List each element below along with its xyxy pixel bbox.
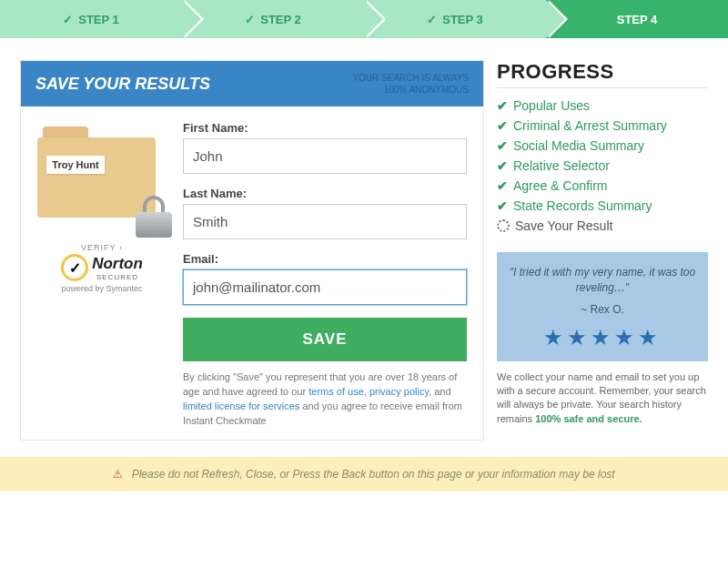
progress-item: ✔Criminal & Arrest Summary [497,116,708,136]
last-name-input[interactable] [183,204,467,239]
progress-item: ✔Agree & Confirm [497,176,708,196]
card-title: SAVE YOUR RESULTS [35,75,210,94]
progress-list: ✔Popular Uses ✔Criminal & Arrest Summary… [497,96,708,236]
check-icon: ✔ [497,138,508,153]
save-results-card: SAVE YOUR RESULTS YOUR SEARCH IS ALWAYS … [20,60,484,441]
last-name-label: Last Name: [183,187,467,200]
card-header: SAVE YOUR RESULTS YOUR SEARCH IS ALWAYS … [21,61,483,106]
progress-item: ✔State Records Summary [497,196,708,216]
anonymous-badge: YOUR SEARCH IS ALWAYS 100% ANONYMOUS [352,72,469,96]
step-label: STEP 3 [442,13,483,26]
star-rating: ★★★★★ [506,325,699,350]
check-icon: ✔ [497,158,508,173]
step-4: STEP 4 [546,0,728,38]
privacy-link[interactable]: privacy policy [369,386,429,397]
testimonial-author: ~ Rex O. [506,303,699,316]
progress-item: ✔Relative Selector [497,156,708,176]
check-icon: ✔ [497,118,508,133]
save-button[interactable]: SAVE [183,318,467,361]
email-input[interactable] [183,269,467,305]
step-label: STEP 1 [78,13,119,26]
warning-text: Please do not Refresh, Close, or Press t… [132,468,615,481]
stepper: ✓STEP 1 ✓STEP 2 ✓STEP 3 STEP 4 [0,0,728,38]
save-form: First Name: Last Name: Email: SAVE By cl… [183,121,467,429]
folder-icon: Troy Hunt [34,121,170,230]
progress-title: PROGRESS [497,60,708,88]
warning-icon: ⚠ [113,468,123,481]
check-icon: ✓ [245,13,255,26]
disclaimer: By clicking "Save" you represent that yo… [183,370,467,429]
privacy-note: We collect your name and email to set yo… [497,370,708,427]
progress-item: ✔Social Media Summary [497,136,708,156]
progress-item-pending: Save Your Result [497,216,708,236]
step-2: ✓STEP 2 [182,0,364,38]
email-label: Email: [183,252,467,266]
testimonial-quote: "I tried it with my very name, it was to… [506,265,699,296]
check-icon: ✔ [497,178,508,193]
first-name-label: First Name: [183,121,467,135]
check-icon: ✔ [497,198,508,213]
warning-banner: ⚠ Please do not Refresh, Close, or Press… [0,457,728,492]
step-label: STEP 4 [617,13,658,26]
lock-icon [134,196,174,236]
first-name-input[interactable] [183,138,467,174]
terms-link[interactable]: terms of use [308,386,364,397]
spinner-icon [497,219,510,232]
folder-name-label: Troy Hunt [46,156,105,174]
check-icon: ✓ [427,13,437,26]
check-icon: ✓ [63,13,73,26]
step-3: ✓STEP 3 [364,0,546,38]
norton-badge: VERIFY › ✓ Norton SECURED powered by Sym… [61,243,143,293]
step-label: STEP 2 [260,13,301,26]
check-icon: ✔ [497,98,508,113]
limited-license-link[interactable]: limited license for services [183,400,299,411]
testimonial-box: "I tried it with my very name, it was to… [497,252,708,361]
progress-item: ✔Popular Uses [497,96,708,116]
norton-check-icon: ✓ [61,254,88,281]
step-1: ✓STEP 1 [0,0,182,38]
